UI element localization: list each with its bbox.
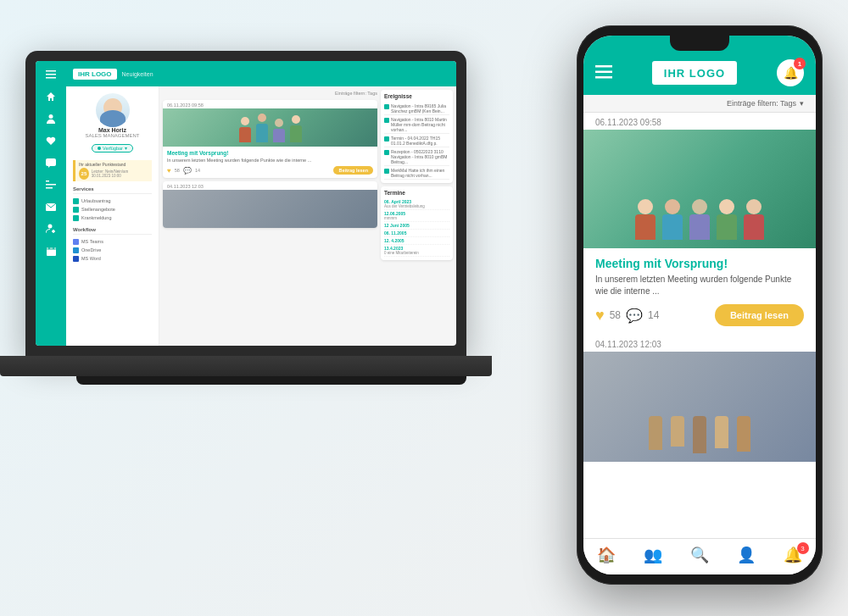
menu-icon[interactable] xyxy=(44,68,58,81)
termine-item-6[interactable]: 13.4.2023 0 eine Mitarbeiterein xyxy=(384,245,449,257)
laptop-screen-frame: IHR LOGO Neuigkeiten Max xyxy=(25,51,466,356)
svg-rect-4 xyxy=(46,158,56,166)
laptop-right-panel: Einträge filtern: Tags 06.11.2023 09:58 xyxy=(159,86,456,346)
event-icon-2 xyxy=(384,118,389,123)
termine-date-4: 06. 11.2005 xyxy=(384,230,449,236)
workflow-label-1: MS Teams xyxy=(81,239,103,244)
phone-nav-badge: 3 xyxy=(797,542,809,554)
phone-likes: ♥ 58 💬 14 xyxy=(595,307,659,325)
service-icon-3 xyxy=(73,215,79,221)
event-item-4: Rezeption - 05022023 3110 Navigation - I… xyxy=(384,147,449,166)
phone-logo-box: IHR LOGO xyxy=(652,61,737,85)
events-column: Ereignisse Navigation - Intra 89165 Juli… xyxy=(381,90,453,342)
feed-post1-image xyxy=(163,108,377,147)
avatar xyxy=(96,93,130,127)
phone-nav-team[interactable]: 👥 xyxy=(644,546,662,564)
event-text-3: Termin - 04.04.2022 TH15 01.01.2 Benedik… xyxy=(391,136,449,146)
fist-3 xyxy=(693,416,706,453)
termine-date-5: 12. 4.2005 xyxy=(384,238,449,243)
phone-nav-search[interactable]: 🔍 xyxy=(690,546,709,564)
phone-post1-body: Meeting mit Vorsprung! In unserem letzte… xyxy=(583,248,816,335)
workflow-label-2: OneDrive xyxy=(81,247,101,253)
team-scene-img xyxy=(163,190,377,228)
laptop-screen: IHR LOGO Neuigkeiten Max xyxy=(36,61,456,346)
events-card: Ereignisse Navigation - Intra 89165 Juli… xyxy=(381,90,453,183)
read-more-button-1[interactable]: Beitrag lesen xyxy=(333,166,373,175)
workflow-item-3[interactable]: MS Word xyxy=(73,254,152,263)
phone-nav: 🏠 👥 🔍 👤 🔔 3 xyxy=(583,538,816,574)
ph-body-2 xyxy=(662,214,683,240)
team-fist-group xyxy=(649,416,750,453)
punkte-sub: Letzter: Nein/Nein/am 30.01.2023 10:00 xyxy=(92,169,148,178)
phone-filter-arrow[interactable]: ▾ xyxy=(800,99,804,108)
event-item-3: Termin - 04.04.2022 TH15 01.01.2 Benedik… xyxy=(384,134,449,147)
phone-post1-image xyxy=(583,130,816,248)
service-item-1[interactable]: Urlaubsantrag xyxy=(73,197,152,205)
svg-point-3 xyxy=(49,114,53,119)
phone-screen: IHR LOGO 🔔 1 Einträge filtern: Tags ▾ xyxy=(583,36,816,574)
phone-bell-button[interactable]: 🔔 1 xyxy=(777,59,804,86)
ph-person-1 xyxy=(635,199,656,240)
phone-read-btn-1[interactable]: Beitrag lesen xyxy=(715,304,804,326)
phone-profile-icon: 👤 xyxy=(737,546,756,564)
termine-card: Termine 06. April 2023 Aus der Vertriebs… xyxy=(381,186,453,260)
list-sidebar-icon[interactable] xyxy=(44,178,58,191)
comment-icon: 💬 xyxy=(183,167,192,175)
phone-people-group xyxy=(583,191,816,248)
termine-item-2[interactable]: 12.06.2005 mmmm xyxy=(384,210,449,222)
termine-label-2: mmmm xyxy=(384,216,449,220)
heart-sidebar-icon[interactable] xyxy=(44,134,58,147)
user-card: Max Horiz SALES MANAGEMENT Verfügbar ▾ xyxy=(73,93,152,153)
event-icon-3 xyxy=(384,136,389,142)
phone-nav-home[interactable]: 🏠 xyxy=(597,546,616,564)
event-icon-1 xyxy=(384,104,389,109)
chat-sidebar-icon[interactable] xyxy=(44,156,58,169)
termine-item-1[interactable]: 06. April 2023 Aus der Vertriebsleitung xyxy=(384,198,449,210)
email-sidebar-icon[interactable] xyxy=(44,200,58,214)
termine-item-3[interactable]: 12 Juni 2005 xyxy=(384,222,449,230)
phone-filter-label: Einträge filtern: Tags xyxy=(727,99,796,108)
phone-device: IHR LOGO 🔔 1 Einträge filtern: Tags ▾ xyxy=(577,25,823,585)
feed-post1-title: Meeting mit Vorsprung! xyxy=(167,150,373,156)
svg-rect-5 xyxy=(46,180,49,182)
service-icon-1 xyxy=(73,198,79,204)
phone-nav-profile[interactable]: 👤 xyxy=(737,546,756,564)
user-status[interactable]: Verfügbar ▾ xyxy=(92,144,133,153)
service-item-3[interactable]: Krankmeldung xyxy=(73,214,152,222)
workflow-item-2[interactable]: OneDrive xyxy=(73,246,152,254)
ph-body-3 xyxy=(689,214,710,240)
laptop-nav-item[interactable]: Neuigkeiten xyxy=(122,71,153,77)
phone-comments-count: 14 xyxy=(648,309,659,321)
workflow-title: Workflow xyxy=(73,227,152,235)
filter-bar: Einträge filtern: Tags xyxy=(163,90,377,97)
person-sidebar-icon[interactable] xyxy=(44,112,58,125)
calendar-sidebar-icon[interactable] xyxy=(44,244,58,258)
phone-post2-date: 04.11.2023 12:03 xyxy=(583,335,816,352)
event-icon-4 xyxy=(384,150,389,155)
phone-home-icon: 🏠 xyxy=(597,546,616,564)
svg-rect-6 xyxy=(46,184,56,186)
service-label-2: Stellenangebote xyxy=(81,207,115,212)
status-dot xyxy=(98,147,101,150)
home-sidebar-icon[interactable] xyxy=(44,90,58,103)
service-item-2[interactable]: Stellenangebote xyxy=(73,205,152,214)
user-role: SALES MANAGEMENT xyxy=(73,133,152,138)
workflow-item-1[interactable]: MS Teams xyxy=(73,237,152,246)
fist-5 xyxy=(737,416,750,452)
event-text-4: Rezeption - 05022023 3110 Navigation - I… xyxy=(391,149,449,164)
fist-2 xyxy=(671,416,684,447)
status-label: Verfügbar xyxy=(103,146,123,151)
phone-filter-bar: Einträge filtern: Tags ▾ xyxy=(583,95,816,113)
workflow-icon-3 xyxy=(73,256,79,262)
punkte-label: Ihr aktueller Punktestand xyxy=(79,162,148,167)
termine-item-4[interactable]: 06. 11.2005 xyxy=(384,230,449,237)
feed-post1-date: 06.11.2023 09:58 xyxy=(163,100,377,108)
phone-nav-notifications[interactable]: 🔔 3 xyxy=(784,546,802,564)
laptop-header: IHR LOGO Neuigkeiten xyxy=(66,61,456,86)
phone-menu-icon[interactable] xyxy=(595,65,612,81)
addperson-sidebar-icon[interactable] xyxy=(44,222,58,236)
laptop-content: Max Horiz SALES MANAGEMENT Verfügbar ▾ I… xyxy=(66,86,456,346)
phone-frame: IHR LOGO 🔔 1 Einträge filtern: Tags ▾ xyxy=(577,25,823,585)
event-icon-5 xyxy=(384,169,389,174)
termine-item-5[interactable]: 12. 4.2005 xyxy=(384,237,449,245)
